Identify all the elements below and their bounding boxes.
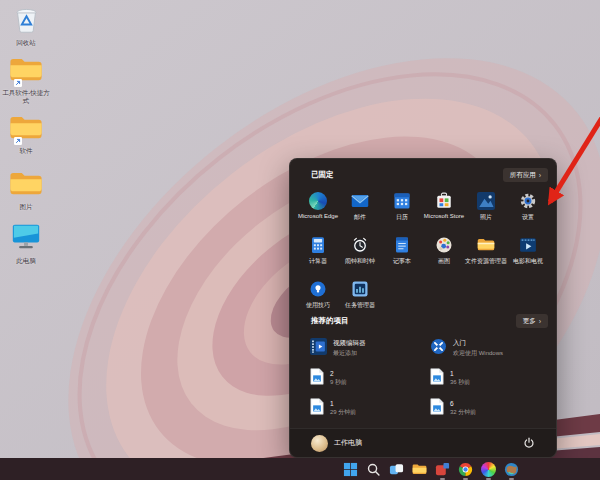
recommended-item-file[interactable]: 6 32 分钟前 [424, 393, 544, 423]
recommended-item-subtitle: 32 分钟前 [450, 408, 476, 417]
pinned-app-microsoft-edge[interactable]: Microsoft Edge [297, 189, 339, 233]
pinned-app-label: 电影和电视 [513, 257, 543, 266]
pinned-app-calculator[interactable]: 计算器 [297, 233, 339, 277]
pinned-app-photos[interactable]: 照片 [465, 189, 507, 233]
store-icon [435, 192, 453, 210]
mail-icon [351, 192, 369, 210]
folder-icon [9, 170, 43, 201]
desktop-icon-folder-3[interactable]: 图片 [2, 170, 50, 211]
desktop-icon-label: 图片 [20, 203, 33, 211]
image-file-icon [430, 368, 444, 389]
recommended-item-file[interactable]: 2 9 秒前 [304, 363, 424, 393]
desktop-icon-recycle-bin[interactable]: 回收站 [2, 4, 50, 47]
recommended-item-subtitle: 36 秒前 [450, 378, 470, 387]
start-button[interactable] [342, 461, 358, 477]
globe-app-icon [504, 462, 519, 477]
recommended-item-get-started[interactable]: 入门 欢迎使用 Windows [424, 333, 544, 363]
task-view-button[interactable] [388, 461, 404, 477]
pinned-app-label: 设置 [522, 213, 534, 222]
alarm-clock-icon [351, 236, 369, 254]
chrome-button[interactable] [457, 461, 473, 477]
recommended-item-file[interactable]: 1 36 秒前 [424, 363, 544, 393]
file-explorer-button[interactable] [411, 461, 427, 477]
folder-shortcut-icon [9, 56, 43, 87]
recommended-item-video-editor[interactable]: 视频编辑器 最近添加 [304, 333, 424, 363]
all-apps-label: 所有应用 [510, 171, 536, 180]
chrome-icon [458, 462, 473, 477]
pinned-app-label: 日历 [396, 213, 408, 222]
recommended-grid: 视频编辑器 最近添加 入门 欢迎使用 Windows [304, 333, 544, 423]
chevron-right-icon: › [539, 318, 541, 325]
pinned-app-label: 使用技巧 [306, 301, 330, 310]
desktop-icon-folder-2[interactable]: 软件 [2, 114, 50, 155]
pinned-app-label: 闹钟和时钟 [345, 257, 375, 266]
image-file-icon [310, 368, 324, 389]
pinned-section-header: 已固定 所有应用 › [311, 168, 548, 182]
recommended-item-subtitle: 欢迎使用 Windows [453, 349, 503, 358]
calculator-icon [309, 236, 327, 254]
more-button[interactable]: 更多 › [516, 314, 548, 328]
taskbar-icons [342, 458, 519, 480]
recommended-item-title: 1 [450, 370, 470, 377]
pinned-app-settings[interactable]: 设置 [507, 189, 549, 233]
pinned-app-label: 记事本 [393, 257, 411, 266]
get-started-icon [430, 338, 447, 359]
image-file-icon [310, 398, 324, 419]
pinned-app-notepad[interactable]: 记事本 [381, 233, 423, 277]
pinned-app-label: 照片 [480, 213, 492, 222]
start-menu-footer: 工作电脑 [290, 428, 556, 457]
pinned-app-label: 计算器 [309, 257, 327, 266]
recommended-item-title: 6 [450, 400, 476, 407]
desktop-icon-label: 此电脑 [16, 257, 36, 265]
pinned-app-label: 画图 [438, 257, 450, 266]
user-avatar [311, 435, 328, 452]
start-icon [343, 462, 358, 477]
task-manager-icon [351, 280, 369, 298]
task-view-icon [389, 462, 404, 477]
recommended-item-title: 视频编辑器 [333, 339, 366, 348]
pinned-apps-grid: Microsoft Edge 邮件 日历 [297, 189, 551, 321]
red-app-button[interactable] [434, 461, 450, 477]
pinned-app-label: 任务管理器 [345, 301, 375, 310]
shortcut-arrow-badge [14, 79, 22, 87]
pinned-app-alarms-clock[interactable]: 闹钟和时钟 [339, 233, 381, 277]
pinned-app-movies-tv[interactable]: 电影和电视 [507, 233, 549, 277]
desktop-icon-label: 软件 [20, 147, 33, 155]
pinned-app-file-explorer[interactable]: 文件资源管理器 [465, 233, 507, 277]
paint-icon [435, 236, 453, 254]
pinned-app-microsoft-store[interactable]: Microsoft Store [423, 189, 465, 233]
pinned-app-paint[interactable]: 画图 [423, 233, 465, 277]
tips-icon [309, 280, 327, 298]
recommended-item-title: 1 [330, 400, 356, 407]
user-profile-button[interactable]: 工作电脑 [311, 435, 362, 452]
globe-app-button[interactable] [503, 461, 519, 477]
pinned-title: 已固定 [311, 170, 334, 180]
recycle-bin-icon [13, 4, 40, 37]
recommended-title: 推荐的项目 [311, 316, 349, 326]
pinned-app-calendar[interactable]: 日历 [381, 189, 423, 233]
start-menu: 已固定 所有应用 › Microsoft Edge 邮件 [289, 158, 557, 458]
power-icon [523, 437, 535, 449]
recommended-item-subtitle: 9 秒前 [330, 378, 347, 387]
recommended-item-title: 入门 [453, 339, 503, 348]
file-explorer-icon [412, 462, 427, 477]
pinned-app-label: Microsoft Edge [298, 213, 338, 219]
pinned-app-label: 文件资源管理器 [465, 257, 507, 266]
pinned-app-mail[interactable]: 邮件 [339, 189, 381, 233]
recommended-item-title: 2 [330, 370, 347, 377]
all-apps-button[interactable]: 所有应用 › [503, 168, 548, 182]
color-wheel-app-button[interactable] [480, 461, 496, 477]
calendar-icon [393, 192, 411, 210]
recommended-item-file[interactable]: 1 29 分钟前 [304, 393, 424, 423]
power-button[interactable] [523, 437, 535, 449]
chevron-right-icon: › [539, 172, 541, 179]
pinned-app-label: 邮件 [354, 213, 366, 222]
notepad-icon [393, 236, 411, 254]
search-icon [366, 462, 381, 477]
desktop-icon-this-pc[interactable]: 此电脑 [2, 222, 50, 265]
taskbar [0, 458, 600, 480]
image-file-icon [430, 398, 444, 419]
search-button[interactable] [365, 461, 381, 477]
desktop-icon-folder-1[interactable]: 工具软件-快捷方式 [2, 56, 50, 105]
more-label: 更多 [523, 317, 536, 326]
